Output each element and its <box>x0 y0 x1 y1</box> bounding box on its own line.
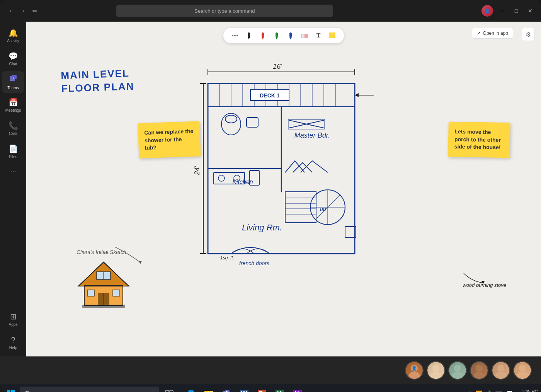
notification-icon[interactable]: 💬 <box>506 390 514 392</box>
sticky-note-right[interactable]: Lets move the porch to the other side of… <box>448 122 510 158</box>
taskbar-onenote[interactable]: N <box>289 385 306 392</box>
whiteboard-canvas[interactable]: T ↗ Open in app ⚙ MAIN LEVEL <box>26 22 541 356</box>
svg-text:24': 24' <box>193 166 201 176</box>
svg-point-46 <box>221 113 241 135</box>
teams-label: Teams <box>7 86 19 90</box>
command-search-label: Search or type a command <box>194 8 255 14</box>
participant-2[interactable] <box>427 361 445 380</box>
onedrive-icon[interactable]: ☁ <box>458 390 464 392</box>
svg-point-99 <box>517 372 528 380</box>
svg-point-88 <box>408 372 420 380</box>
sidebar-item-files[interactable]: 📄 Files <box>2 141 24 162</box>
maximize-button[interactable]: □ <box>512 6 521 15</box>
user-avatar[interactable]: 👤 <box>481 5 493 17</box>
forward-button[interactable]: › <box>19 6 28 15</box>
taskbar-word[interactable]: W <box>236 385 253 392</box>
nav-buttons: ‹ › <box>6 6 28 15</box>
participant-1[interactable]: 👤 <box>405 361 424 380</box>
taskbar-search[interactable]: 🔍 Type here to search <box>20 387 159 392</box>
svg-rect-79 <box>87 290 94 296</box>
sticky-note-left[interactable]: Can we replace the shower for the tub? <box>138 121 201 158</box>
files-label: Files <box>9 155 17 159</box>
taskbar-teams[interactable]: T <box>218 385 235 392</box>
sidebar-more[interactable]: ··· <box>7 164 19 178</box>
svg-text:french doors: french doors <box>239 260 269 266</box>
calls-label: Calls <box>9 131 17 136</box>
svg-point-4 <box>232 35 233 36</box>
svg-text:👤: 👤 <box>412 365 417 371</box>
participant-6[interactable] <box>513 361 532 380</box>
taskbar-search-icon: 🔍 <box>25 390 31 392</box>
selector-tool[interactable] <box>230 30 240 41</box>
sidebar-item-chat[interactable]: 💬 Chat <box>2 48 24 70</box>
open-in-app-button[interactable]: ↗ Open in app <box>472 28 513 39</box>
svg-text:N: N <box>294 390 299 392</box>
settings-button[interactable]: ⚙ <box>522 28 535 41</box>
svg-text:Living Rm.: Living Rm. <box>242 223 282 232</box>
svg-point-47 <box>225 115 237 123</box>
participant-5[interactable] <box>492 361 510 380</box>
svg-point-90 <box>432 365 439 372</box>
eraser-tool[interactable] <box>299 30 310 41</box>
pen-blue-tool[interactable] <box>285 30 296 41</box>
system-tray: ▲ ☁ 🖥 📶 🔊 ⌨ 💬 3:45 PM 10/14/2021 <box>450 389 538 392</box>
keyboard-icon[interactable]: ⌨ <box>495 390 503 392</box>
teams-icon: T <box>9 74 17 85</box>
taskbar-explorer[interactable] <box>200 385 217 392</box>
back-button[interactable]: ‹ <box>6 6 15 15</box>
svg-rect-48 <box>247 118 258 127</box>
sidebar-item-meetings[interactable]: 📅 Meetings <box>2 94 24 116</box>
pen-black-tool[interactable] <box>243 30 254 41</box>
svg-rect-101 <box>11 390 15 392</box>
svg-marker-13 <box>289 37 292 39</box>
participant-3[interactable] <box>448 361 467 380</box>
floor-plan-drawing: 16' 24' <box>192 60 378 277</box>
svg-text:up: up <box>320 206 326 212</box>
wifi-icon[interactable]: 📶 <box>476 390 482 392</box>
volume-icon[interactable]: 🔊 <box>485 390 492 392</box>
command-search[interactable]: Search or type a command <box>116 5 333 17</box>
device-frame: ‹ › ✏ Search or type a command 👤 ─ □ ✕ 🔔… <box>0 0 541 392</box>
svg-text:DECK 1: DECK 1 <box>260 92 280 99</box>
help-icon: ? <box>11 336 15 344</box>
svg-marker-9 <box>262 37 264 39</box>
taskbar-edge[interactable] <box>182 385 199 392</box>
svg-marker-74 <box>139 261 142 264</box>
files-icon: 📄 <box>9 144 18 153</box>
participant-4[interactable] <box>470 361 488 380</box>
svg-rect-104 <box>165 390 169 392</box>
sidebar-item-calls[interactable]: 📞 Calls <box>2 118 24 139</box>
pen-red-tool[interactable] <box>257 30 268 41</box>
taskbar-excel[interactable]: X <box>271 385 288 392</box>
close-button[interactable]: ✕ <box>526 6 535 15</box>
sidebar-item-teams[interactable]: T Teams <box>2 71 24 93</box>
svg-text:Master Bdr.: Master Bdr. <box>294 131 330 139</box>
activity-icon: 🔔 <box>9 28 18 37</box>
edit-icon[interactable]: ✏ <box>32 7 37 15</box>
minimize-button[interactable]: ─ <box>498 6 507 15</box>
taskbar-powerpoint[interactable]: P <box>253 385 270 392</box>
svg-point-5 <box>236 35 238 36</box>
taskbar-task-view[interactable] <box>161 385 178 392</box>
meetings-icon: 📅 <box>9 98 18 107</box>
svg-rect-16 <box>329 32 335 38</box>
svg-rect-80 <box>113 290 120 296</box>
floor-plan-title: MAIN LEVEL FLOOR PLAN <box>61 67 134 95</box>
activity-label: Activity <box>7 39 19 43</box>
svg-text:16': 16' <box>273 63 282 70</box>
sidebar-item-help[interactable]: ? Help <box>2 332 24 353</box>
text-tool[interactable]: T <box>313 30 324 41</box>
sticky-note-tool[interactable] <box>327 30 338 41</box>
sidebar-item-apps[interactable]: ⊞ Apps <box>2 308 24 330</box>
pen-green-tool[interactable] <box>271 30 282 41</box>
taskbar-apps: T W P X <box>182 385 306 392</box>
sidebar-item-activity[interactable]: 🔔 Activity <box>2 25 24 46</box>
apps-label: Apps <box>9 322 18 327</box>
svg-point-94 <box>476 365 483 372</box>
svg-point-95 <box>473 372 485 380</box>
start-button[interactable] <box>3 386 19 392</box>
svg-marker-7 <box>248 37 250 39</box>
taskbar-time[interactable]: 3:45 PM 10/14/2021 <box>517 389 538 392</box>
display-icon[interactable]: 🖥 <box>467 390 473 392</box>
svg-rect-100 <box>7 390 10 392</box>
